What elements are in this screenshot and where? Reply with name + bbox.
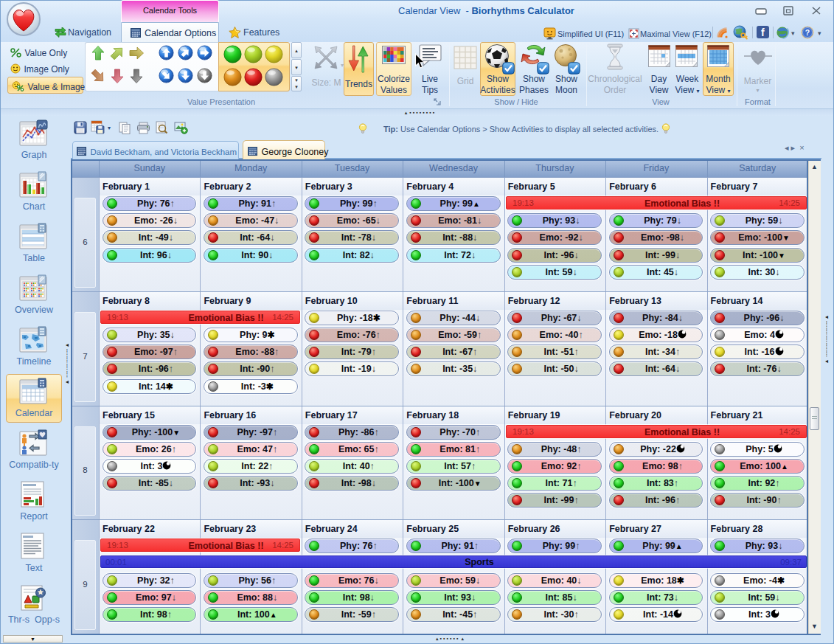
svg-text:?: ? [805,28,810,37]
